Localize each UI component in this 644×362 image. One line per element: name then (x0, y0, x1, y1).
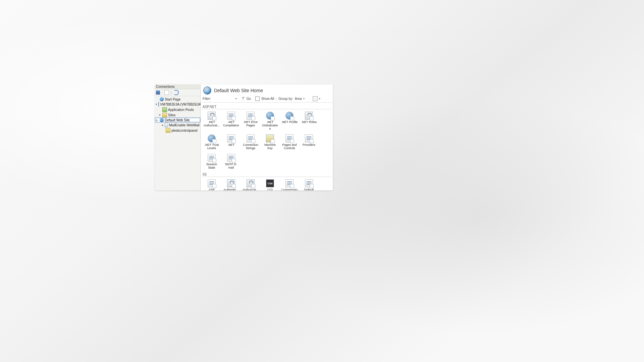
feature-label: Authentic... (223, 188, 238, 190)
save-icon[interactable] (156, 90, 160, 95)
groupby-select[interactable]: Area (295, 97, 308, 101)
feature-net-trust-levels[interactable]: .NET Trust Levels (202, 132, 221, 151)
expand-icon[interactable]: ▸ (162, 123, 164, 127)
tree-label: Application Pools (168, 108, 194, 112)
feature-net-profile[interactable]: .NET Profile (280, 110, 299, 132)
group-header-aspnet: ASP.NET (202, 104, 331, 109)
feature-authorizat-rules[interactable]: Authorizat... Rules (241, 177, 260, 190)
tree-label: MailEnable WebMail (169, 123, 200, 127)
feature-icon (285, 179, 293, 187)
feature-session-state[interactable]: Session State (202, 152, 221, 171)
feature-label: Authorizat... Rules (242, 188, 259, 190)
feature-label: .NET Compilation (222, 120, 240, 127)
feature-icon (305, 134, 313, 142)
globe-icon (203, 86, 211, 95)
filter-bar: Filter: · Go · Show All | Group by: Area… (201, 95, 333, 103)
aspnet-grid: .NET Authorizat....NET Compilation.NET E… (202, 109, 331, 171)
feature-label: ASP (209, 188, 215, 190)
feature-net[interactable]: .NET (221, 132, 241, 151)
content-panel: Default Web Site Home Filter: · Go · Sho… (201, 84, 333, 190)
toolbar-separator: | (171, 90, 172, 95)
feature-icon (208, 154, 216, 162)
feature-label: CGI (267, 188, 273, 190)
feature-net-error-pages[interactable]: .NET Error Pages (241, 110, 260, 132)
page-title: Default Web Site Home (214, 88, 263, 93)
tree-default-web-site[interactable]: ▸ Default Web Site (155, 118, 200, 122)
folder-icon (162, 113, 167, 117)
feature-net-authorizat[interactable]: .NET Authorizat... (202, 110, 221, 132)
connections-title: Connections (155, 84, 200, 89)
filter-text[interactable] (213, 97, 234, 101)
feature-view: ASP.NET .NET Authorizat....NET Compilati… (201, 103, 333, 190)
show-all-button[interactable]: Show All (261, 97, 274, 101)
groupby-label: Group by: (278, 97, 293, 101)
iis-grid: ASPAuthentic...Authorizat... RulesCGICom… (202, 177, 331, 190)
feature-asp[interactable]: ASP (202, 177, 221, 190)
feature-icon (247, 179, 255, 187)
feature-compression[interactable]: Compression (280, 177, 299, 190)
feature-label: .NET Roles (301, 120, 317, 124)
app-pool-icon (162, 107, 167, 112)
tree-plesk[interactable]: pleskcontrolpanel (155, 128, 200, 133)
view-mode-select[interactable] (313, 96, 320, 101)
content-header: Default Web Site Home (201, 84, 333, 95)
connections-panel: Connections · | Start Page ▾ VM7BB2E3A (… (155, 84, 201, 190)
mail-icon (165, 123, 168, 127)
feature-default-document[interactable]: Default Document (299, 177, 319, 190)
feature-label: Providers (303, 143, 315, 146)
feature-icon (266, 134, 274, 142)
feature-cgi[interactable]: CGI (260, 177, 280, 190)
feature-label: .NET Error Pages (242, 120, 259, 127)
feature-label: Machine Key (261, 143, 279, 150)
funnel-icon (241, 97, 245, 101)
feature-icon (208, 134, 216, 142)
feature-machine-key[interactable]: Machine Key (260, 132, 280, 151)
feature-icon (227, 179, 235, 187)
collapse-icon[interactable]: ▾ (156, 103, 157, 106)
page-icon[interactable] (164, 90, 169, 95)
feature-icon (266, 112, 274, 120)
feature-label: Pages and Controls (281, 143, 298, 150)
feature-label: .NET Profile (281, 120, 298, 124)
showall-icon (255, 97, 260, 101)
tree-mailenable[interactable]: ▸ MailEnable WebMail (155, 122, 200, 128)
tree-app-pools[interactable]: Application Pools (155, 107, 200, 112)
feature-net-globalization[interactable]: .NET Globalization (260, 110, 280, 132)
feature-label: .NET Trust Levels (203, 143, 220, 150)
view-icon (313, 96, 318, 101)
feature-label: Connection Strings (242, 143, 259, 150)
tree-sites[interactable]: ▾ Sites (155, 112, 200, 118)
feature-icon (247, 112, 255, 120)
feature-label: Default Document (300, 188, 318, 190)
groupby-value: Area (295, 97, 302, 101)
feature-authentic[interactable]: Authentic... (221, 177, 241, 190)
tree-start-page[interactable]: Start Page (155, 97, 200, 102)
feature-icon (208, 179, 216, 187)
feature-connection-strings[interactable]: Connection Strings (241, 132, 260, 151)
globe-icon (160, 97, 164, 101)
connections-toolbar: · | (155, 89, 200, 96)
feature-label: .NET (228, 143, 235, 146)
feature-pages-and-controls[interactable]: Pages and Controls (280, 132, 299, 151)
refresh-icon[interactable] (173, 90, 179, 95)
tree-label: Start Page (165, 98, 180, 101)
feature-net-roles[interactable]: .NET Roles (299, 110, 319, 132)
expand-icon[interactable]: ▸ (156, 118, 159, 122)
folder-icon (166, 128, 170, 133)
page-background: Connections · | Start Page ▾ VM7BB2E3A (… (0, 0, 644, 362)
feature-icon (285, 134, 293, 142)
feature-net-compilation[interactable]: .NET Compilation (221, 110, 241, 132)
feature-icon (266, 179, 274, 187)
feature-label: .NET Globalization (261, 120, 279, 130)
tree-server[interactable]: ▾ VM7BB2E3A (VM7BB2E3A\Ad (155, 102, 200, 107)
collapse-icon[interactable]: ▾ (158, 113, 161, 117)
feature-icon (227, 154, 235, 162)
filter-input[interactable] (213, 97, 237, 101)
feature-label: Session State (203, 163, 220, 169)
feature-icon (227, 112, 235, 120)
globe-icon (160, 118, 164, 122)
feature-icon (285, 112, 293, 120)
feature-providers[interactable]: Providers (299, 132, 319, 151)
feature-smtp-e-mail[interactable]: SMTP E-mail (221, 152, 241, 171)
go-button[interactable]: Go (247, 97, 251, 101)
